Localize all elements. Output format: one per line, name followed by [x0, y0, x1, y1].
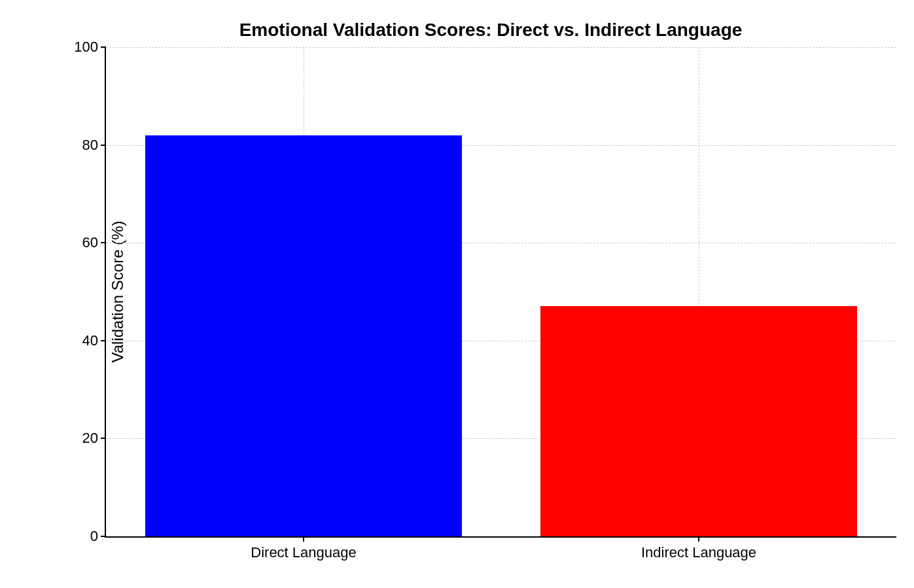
y-tick-label-80: 80	[82, 137, 106, 154]
bar-fill	[540, 306, 856, 536]
y-tick-label-0: 0	[90, 528, 106, 545]
chart-title: Emotional Validation Scores: Direct vs. …	[85, 20, 896, 41]
bar-indirect-language	[540, 306, 856, 536]
plot-area: Validation Score (%) 0 20 40 60 80	[105, 47, 896, 538]
bar-direct-language	[145, 135, 461, 536]
y-tick-label-20: 20	[82, 430, 106, 447]
chart-container: Emotional Validation Scores: Direct vs. …	[85, 20, 896, 569]
x-tick-label-0: Direct Language	[251, 536, 356, 561]
y-tick-label-40: 40	[82, 332, 106, 349]
bar-fill	[145, 135, 461, 536]
gridline-icon	[106, 47, 896, 48]
y-tick-label-60: 60	[82, 234, 106, 251]
x-tick-label-1: Indirect Language	[641, 536, 756, 561]
y-tick-label-100: 100	[74, 39, 106, 56]
y-axis-label: Validation Score (%)	[109, 221, 127, 363]
